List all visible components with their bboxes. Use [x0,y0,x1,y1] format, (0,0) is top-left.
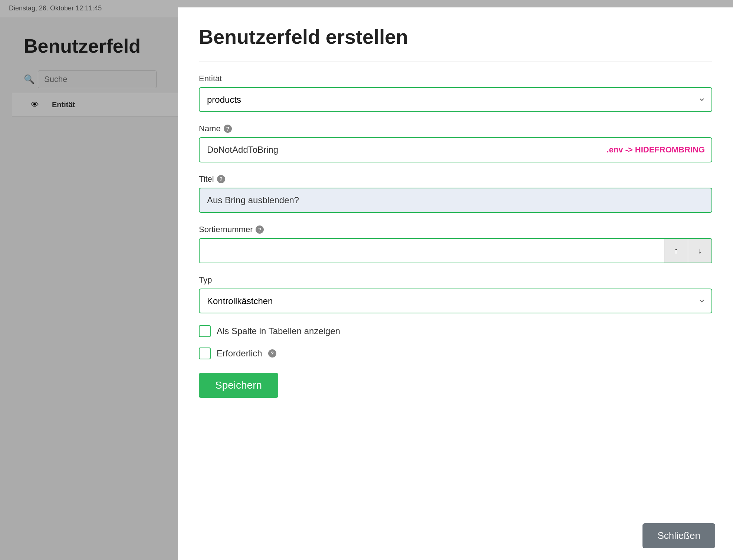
sort-label: Sortiernummer ? [199,225,712,234]
sort-help-icon[interactable]: ? [256,225,264,234]
title-input[interactable] [199,188,712,213]
save-button[interactable]: Speichern [199,373,278,398]
name-field-group: Name ? .env -> HIDEFROMBRING [199,124,712,162]
show-in-table-label: Als Spalte in Tabellen anzeigen [217,326,340,336]
entity-select[interactable]: products orders customers [199,87,712,112]
entity-label: Entität [199,74,712,83]
checkbox-show-in-table-row: Als Spalte in Tabellen anzeigen [199,325,712,337]
required-help-icon[interactable]: ? [268,349,276,358]
sort-up-button[interactable]: ↑ [664,239,688,263]
sort-input-wrapper: ↑ ↓ [199,238,712,263]
modal-title: Benutzerfeld erstellen [199,25,712,48]
show-in-table-checkbox[interactable] [199,325,211,337]
type-select-wrapper: Kontrollkästchen Text Zahl Datum [199,289,712,313]
entity-field-group: Entität products orders customers [199,74,712,112]
title-label: Titel ? [199,174,712,184]
checkbox-required-row: Erforderlich ? [199,347,712,359]
divider [199,62,712,62]
title-help-icon[interactable]: ? [217,175,225,183]
name-label: Name ? [199,124,712,134]
type-select[interactable]: Kontrollkästchen Text Zahl Datum [199,289,712,313]
name-field-wrapper: .env -> HIDEFROMBRING [199,137,712,162]
type-field-group: Typ Kontrollkästchen Text Zahl Datum [199,275,712,313]
required-checkbox[interactable] [199,347,211,359]
type-label: Typ [199,275,712,285]
entity-select-wrapper: products orders customers [199,87,712,112]
name-help-icon[interactable]: ? [224,125,232,133]
modal-dialog: Benutzerfeld erstellen Entität products … [178,7,733,560]
sort-down-button[interactable]: ↓ [688,239,711,263]
sort-field-group: Sortiernummer ? ↑ ↓ [199,225,712,263]
title-field-group: Titel ? [199,174,712,213]
sort-input[interactable] [200,239,664,263]
name-annotation: .env -> HIDEFROMBRING [607,145,705,155]
close-button[interactable]: Schließen [642,523,715,548]
required-label: Erforderlich [217,348,262,359]
